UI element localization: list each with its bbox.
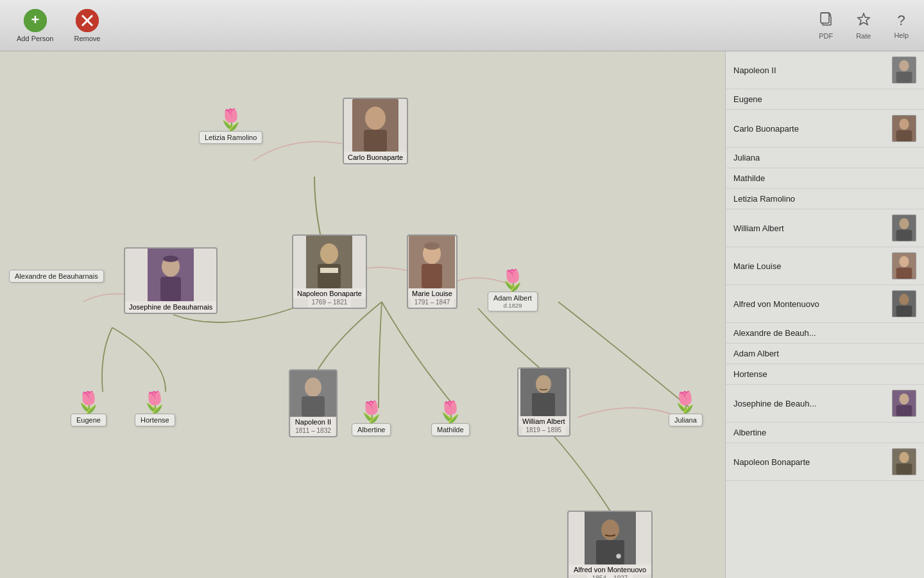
svg-rect-40 [596,540,624,565]
carlo-photo [352,99,398,152]
sidebar-thumb-marielouise [892,252,916,279]
person-napoleon[interactable]: Napoleon Bonaparte 1769 – 1821 [292,234,367,309]
svg-line-6 [830,15,831,17]
sidebar-item-juliana[interactable]: Juliana [726,148,924,168]
letizia-tulip: 🌷 [218,109,244,130]
svg-rect-59 [896,405,912,416]
scroll-indicator [616,554,621,559]
svg-rect-22 [318,264,341,288]
marielouise-photo [409,236,455,288]
svg-rect-62 [896,464,912,475]
svg-point-14 [369,110,382,121]
sidebar-thumb-napoleon [892,448,916,475]
person-marielouise[interactable]: Marie Louise 1791 – 1847 [407,234,458,309]
sidebar-item-letizia[interactable]: Letizia Ramolino [726,189,924,209]
sidebar-item-hortense[interactable]: Hortense [726,364,924,385]
svg-rect-32 [302,396,325,417]
svg-point-55 [899,294,909,305]
person-hortense[interactable]: 🌷 Hortense [135,392,175,426]
svg-point-58 [899,394,909,405]
rate-button[interactable]: Rate [851,8,876,44]
main-area: 🌷 Letizia Ramolino Carlo Buonaparte [0,51,924,578]
sidebar-item-williamalbert[interactable]: William Albert [726,209,924,247]
remove-label: Remove [74,35,100,42]
svg-point-46 [899,119,909,130]
remove-button[interactable]: Remove [67,5,107,46]
sidebar-thumb-josephine [892,390,916,417]
help-icon: ? [898,12,905,29]
person-letizia[interactable]: 🌷 Letizia Ramolino [199,109,262,144]
sidebar-thumb-alfredvon [892,290,916,317]
sidebar-item-carlo[interactable]: Carlo Buonaparte [726,110,924,148]
svg-point-33 [308,380,318,389]
svg-point-49 [899,218,909,229]
svg-rect-27 [422,264,442,288]
person-josephine[interactable]: Josephine de Beauharnais [124,247,218,314]
svg-rect-17 [160,277,181,301]
napoleon-photo [306,236,352,288]
sidebar-item-alfredvon[interactable]: Alfred von Montenuovo [726,285,924,323]
pdf-button[interactable]: PDF [814,8,838,44]
sidebar-item-napoleon[interactable]: Napoleon Bonaparte [726,443,924,481]
person-eugene[interactable]: 🌷 Eugene [71,392,107,426]
pdf-icon [819,12,833,30]
svg-point-23 [323,247,335,256]
person-juliana[interactable]: 🌷 Juliana [669,392,703,426]
svg-rect-53 [896,268,912,279]
svg-point-29 [424,242,440,250]
rate-label: Rate [856,32,871,40]
sidebar-item-adamalbert[interactable]: Adam Albert [726,344,924,364]
juliana-tulip: 🌷 [672,392,698,412]
person-napoleonii[interactable]: Napoleon II 1811 – 1832 [289,369,338,437]
svg-point-52 [899,256,909,267]
mathilde-tulip: 🌷 [438,401,463,422]
sidebar-item-marielouise[interactable]: Marie Louise [726,247,924,285]
sidebar-item-josephine[interactable]: Josephine de Beauh... [726,385,924,423]
napoleonii-photo [290,371,336,417]
toolbar: + Add Person Remove PDF Rate [0,0,924,51]
person-albertine[interactable]: 🌷 Albertine [352,401,391,436]
pdf-label: PDF [819,32,833,40]
people-sidebar: Napoleon II Eugene Carlo Buonaparte Juli… [725,51,924,578]
adamalbert-tulip: 🌷 [500,270,526,290]
rate-icon [857,12,871,30]
williamalbert-photo [520,369,567,416]
hortense-tulip: 🌷 [142,392,167,412]
albertine-tulip: 🌷 [359,401,384,422]
sidebar-thumb-williamalbert [892,215,916,241]
svg-rect-13 [364,130,387,152]
sidebar-item-mathilde[interactable]: Mathilde [726,168,924,189]
add-person-button[interactable]: + Add Person [10,5,60,46]
svg-rect-56 [896,306,912,317]
svg-rect-24 [320,268,338,273]
svg-rect-5 [821,13,829,23]
sidebar-item-alexandre[interactable]: Alexandre de Beauh... [726,323,924,344]
sidebar-thumb-napoleonii [892,57,916,83]
svg-point-37 [538,377,549,386]
svg-point-61 [899,452,909,463]
sidebar-item-napoleonii[interactable]: Napoleon II [726,51,924,89]
person-mathilde[interactable]: 🌷 Mathilde [431,401,470,436]
person-carlo[interactable]: Carlo Buonaparte [343,98,408,164]
person-alfredvon[interactable]: Alfred von Montenuovo 1854 – 1927 [567,511,653,578]
svg-rect-44 [896,72,912,83]
person-alexandre[interactable]: Alexandre de Beauharnais [9,270,104,283]
eugene-tulip: 🌷 [76,392,101,412]
svg-point-43 [899,60,909,71]
person-adamalbert[interactable]: 🌷 Adam Albert d.1829 [488,270,538,311]
help-label: Help [894,31,909,39]
josephine-photo [148,249,194,301]
person-williamalbert[interactable]: William Albert 1819 – 1895 [517,367,570,437]
toolbar-right: PDF Rate ? Help [814,0,914,51]
help-button[interactable]: ? Help [889,8,914,43]
add-person-label: Add Person [17,35,53,42]
svg-point-41 [604,522,616,532]
svg-rect-50 [896,230,912,241]
svg-point-19 [163,256,178,262]
alfredvon-photo [585,512,636,565]
sidebar-item-albertine[interactable]: Albertine [726,423,924,443]
sidebar-item-eugene[interactable]: Eugene [726,89,924,110]
family-tree-canvas[interactable]: 🌷 Letizia Ramolino Carlo Buonaparte [0,51,725,578]
remove-icon [76,9,99,32]
svg-rect-47 [896,130,912,141]
